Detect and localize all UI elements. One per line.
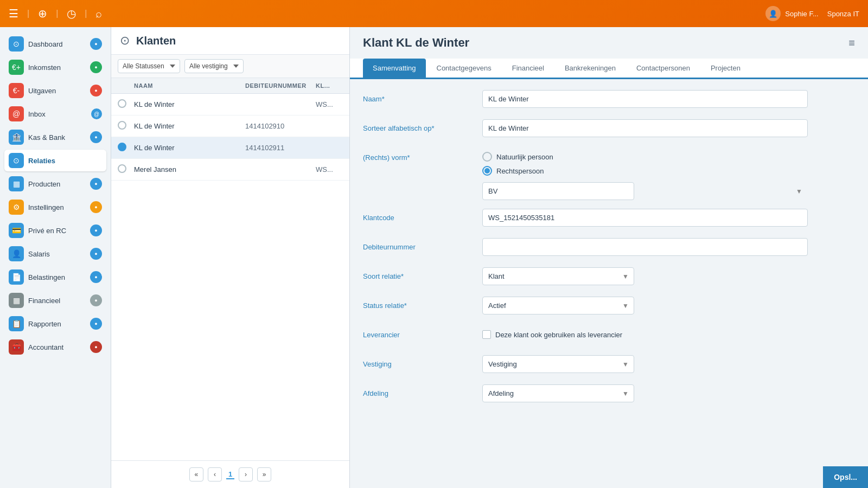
- save-button[interactable]: Opsl...: [823, 466, 868, 488]
- sidebar-item-producten[interactable]: ▦Producten●: [4, 173, 106, 195]
- accountant-toggle[interactable]: ●: [90, 341, 102, 353]
- sidebar-item-rapporten[interactable]: 📋Rapporten●: [4, 313, 106, 335]
- sidebar-item-prive-rc[interactable]: 💳Privé en RC●: [4, 220, 106, 241]
- sidebar-item-uitgaven[interactable]: €-Uitgaven●: [4, 80, 106, 101]
- list-panel: ⊙ Klanten Alle Statussen Alle vestiging …: [111, 27, 350, 488]
- sidebar-item-instellingen[interactable]: ⚙Instellingen●: [4, 196, 106, 218]
- sorteer-label: Sorteer alfabetisch op*: [363, 119, 482, 132]
- detail-panel: Klant KL de Winter ≡ SamenvattingContact…: [350, 27, 868, 488]
- row-naam-2: KL de Winter: [134, 144, 245, 152]
- salaris-toggle[interactable]: ●: [90, 248, 102, 260]
- bv-chevron-icon: ▼: [796, 188, 802, 195]
- naam-input[interactable]: [482, 90, 808, 108]
- rechtsvorm-row: (Rechts) vorm* Natuurlijk persoon: [363, 149, 855, 200]
- sidebar-item-dashboard[interactable]: ⊙Dashboard●: [4, 33, 106, 55]
- naam-label: Naam*: [363, 90, 482, 103]
- col-kl-header: KL...: [316, 82, 343, 89]
- page-prev[interactable]: ‹: [208, 467, 222, 481]
- tab-samenvatting[interactable]: Samenvatting: [363, 59, 426, 78]
- naam-row: Naam*: [363, 90, 855, 111]
- vestiging-select[interactable]: Vestiging: [482, 355, 634, 373]
- list-view-icon[interactable]: ≡: [848, 37, 855, 49]
- row-naam-3: Merel Jansen: [134, 165, 245, 174]
- soort-label: Soort relatie*: [363, 267, 482, 280]
- leverancier-label: Leverancier: [363, 326, 482, 339]
- sidebar-item-inbox[interactable]: @Inbox@: [4, 103, 106, 125]
- financieel-toggle[interactable]: ●: [90, 294, 102, 306]
- radio-natuurlijk[interactable]: Natuurlijk persoon: [482, 152, 808, 162]
- row-checkbox-2[interactable]: [118, 143, 126, 151]
- main-layout: ⊙Dashboard●€+Inkomsten●€-Uitgaven●@Inbox…: [0, 27, 868, 488]
- kas-bank-toggle[interactable]: ●: [90, 131, 102, 143]
- menu-icon[interactable]: ☰: [9, 7, 18, 20]
- table-row[interactable]: KL de Winter 1414102911: [111, 137, 349, 159]
- tab-contactpersonen[interactable]: Contactpersonen: [627, 59, 700, 78]
- leverancier-checkbox[interactable]: Deze klant ook gebruiken als leverancier: [482, 326, 808, 339]
- bv-select[interactable]: BV NV VOF Eenmanszaak: [482, 182, 634, 200]
- instellingen-icon: ⚙: [9, 200, 24, 215]
- sidebar-item-belastingen[interactable]: 📄Belastingen●: [4, 266, 106, 288]
- list-panel-title: Klanten: [136, 35, 176, 47]
- sidebar-item-financieel[interactable]: ▦Financieel●: [4, 290, 106, 311]
- relaties-icon: ⊙: [9, 153, 24, 168]
- row-checkbox-3[interactable]: [118, 164, 126, 173]
- belastingen-toggle[interactable]: ●: [90, 271, 102, 283]
- page-next[interactable]: ›: [239, 467, 253, 481]
- tab-contactgegevens[interactable]: Contactgegevens: [427, 59, 501, 78]
- rapporten-toggle[interactable]: ●: [90, 318, 102, 330]
- table-row[interactable]: Merel Jansen WS...: [111, 159, 349, 181]
- dashboard-toggle[interactable]: ●: [90, 38, 102, 50]
- debiteur-input[interactable]: [482, 238, 808, 256]
- tab-bankrekeningen[interactable]: Bankrekeningen: [555, 59, 626, 78]
- row-checkbox-0[interactable]: [118, 99, 126, 108]
- klantcode-input[interactable]: [482, 209, 808, 227]
- afdeling-select[interactable]: Afdeling: [482, 384, 634, 402]
- detail-title: Klant KL de Winter: [363, 36, 469, 50]
- sidebar-item-relaties[interactable]: ⊙Relaties: [4, 150, 106, 171]
- soort-select[interactable]: Klant Leverancier Anders: [482, 267, 634, 285]
- sidebar-item-accountant[interactable]: 🧰Accountant●: [4, 336, 106, 358]
- search-icon[interactable]: ⌕: [95, 8, 102, 20]
- sidebar-item-relaties-label: Relaties: [28, 157, 102, 165]
- tab-financieel[interactable]: Financieel: [502, 59, 554, 78]
- row-naam-0: KL de Winter: [134, 100, 245, 108]
- uitgaven-toggle[interactable]: ●: [90, 85, 102, 97]
- radio-inner-rechtspersoon: [484, 168, 490, 174]
- status-filter[interactable]: Alle Statussen: [118, 59, 180, 73]
- inkomsten-toggle[interactable]: ●: [90, 61, 102, 73]
- sidebar-item-salaris[interactable]: 👤Salaris●: [4, 243, 106, 265]
- row-debiteur-2: 1414102911: [245, 144, 316, 152]
- row-checkbox-1[interactable]: [118, 121, 126, 130]
- page-first[interactable]: «: [189, 467, 203, 481]
- inkomsten-icon: €+: [9, 60, 24, 75]
- status-select[interactable]: Actief Inactief: [482, 297, 634, 314]
- avatar: 👤: [765, 6, 781, 21]
- checkbox-box-leverancier: [482, 330, 491, 339]
- table-row[interactable]: KL de Winter WS...: [111, 94, 349, 115]
- status-control: Actief Inactief ▼: [482, 297, 808, 314]
- sidebar-item-inkomsten[interactable]: €+Inkomsten●: [4, 56, 106, 78]
- row-kl-0: WS...: [316, 100, 343, 108]
- add-icon[interactable]: ⊕: [38, 7, 47, 20]
- producten-icon: ▦: [9, 176, 24, 191]
- clock-icon[interactable]: ◷: [67, 7, 76, 20]
- tab-projecten[interactable]: Projecten: [701, 59, 750, 78]
- radio-rechtspersoon[interactable]: Rechtspersoon: [482, 166, 808, 176]
- instellingen-toggle[interactable]: ●: [90, 201, 102, 213]
- table-row[interactable]: KL de Winter 1414102910: [111, 115, 349, 137]
- vestiging-filter[interactable]: Alle vestiging: [184, 59, 244, 73]
- producten-toggle[interactable]: ●: [90, 178, 102, 190]
- filter-bar: Alle Statussen Alle vestiging: [111, 55, 349, 78]
- sorteer-input[interactable]: [482, 119, 808, 137]
- vestiging-row: Vestiging Vestiging ▼: [363, 355, 855, 376]
- form-area: Naam* Sorteer alfabetisch op* (Rechts) v…: [350, 79, 868, 425]
- sidebar-item-kas-bank[interactable]: 🏦Kas & Bank●: [4, 126, 106, 148]
- prive-rc-toggle[interactable]: ●: [90, 224, 102, 236]
- row-kl-3: WS...: [316, 165, 343, 174]
- col-naam-header: NAAM: [134, 82, 245, 89]
- sidebar-item-accountant-label: Accountant: [28, 343, 90, 351]
- page-last[interactable]: »: [257, 467, 271, 481]
- sidebar-item-prive-rc-label: Privé en RC: [28, 227, 90, 235]
- radio-label-rechtspersoon: Rechtspersoon: [496, 167, 544, 175]
- row-check-2: [118, 143, 134, 153]
